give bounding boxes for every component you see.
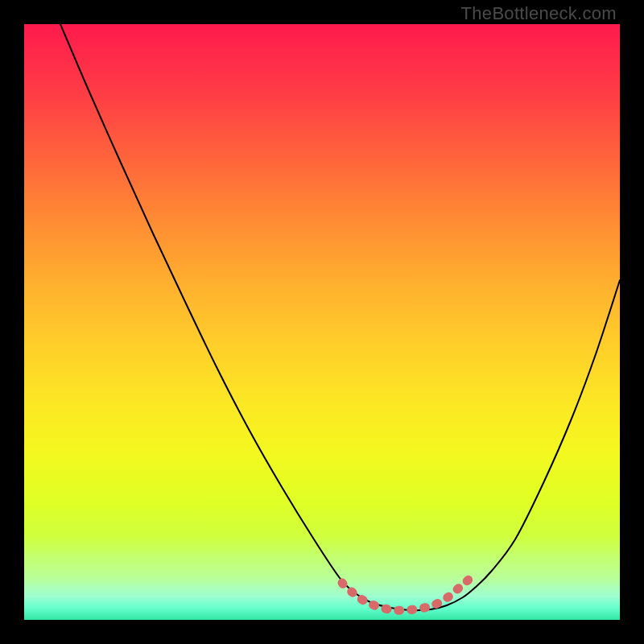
plot-area: [24, 24, 620, 620]
bottleneck-curve: [60, 24, 620, 610]
chart-frame: TheBottleneck.com: [0, 0, 644, 644]
bottleneck-marker: [342, 573, 475, 610]
curve-svg: [24, 24, 620, 620]
watermark-label: TheBottleneck.com: [461, 3, 617, 24]
